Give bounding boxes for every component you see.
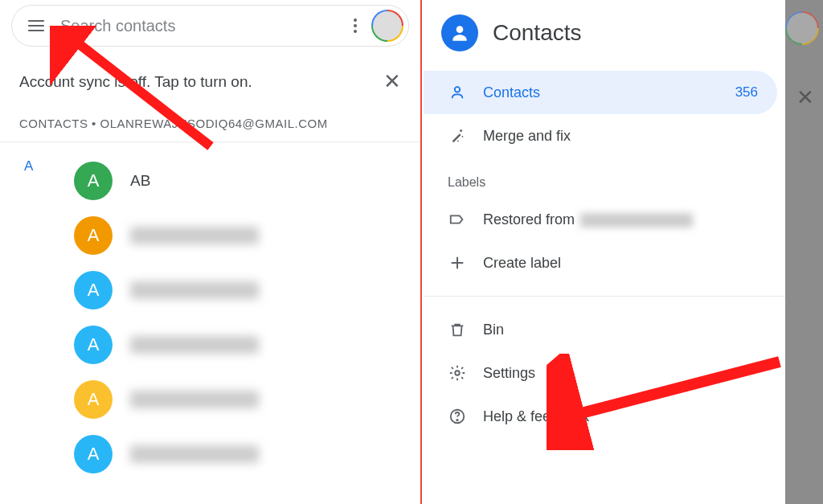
avatar [785,11,819,45]
more-vert-icon[interactable] [346,16,365,35]
contact-avatar: A [74,435,113,473]
svg-point-4 [455,87,460,92]
search-placeholder: Search contacts [60,17,346,35]
contact-avatar: A [74,326,113,364]
nav-item-contacts[interactable]: Contacts 356 [424,71,777,114]
svg-point-2 [354,30,357,33]
svg-point-0 [354,18,357,22]
contact-name [130,445,259,463]
svg-point-5 [462,136,464,137]
drawer-title: Contacts [493,20,582,46]
label-icon [448,210,467,229]
trash-icon [448,320,467,339]
nav-label: Bin [483,322,758,338]
nav-label: Settings [483,365,758,382]
avatar[interactable] [371,10,403,42]
help-icon [448,407,467,426]
contact-list: A AABAAAAA [0,142,420,481]
contacts-app-icon [441,14,478,51]
dimmed-backdrop: ✕ [785,0,823,504]
close-icon[interactable]: ✕ [383,69,401,94]
nav-count: 356 [735,84,758,100]
nav-label: Help & feedback [483,408,758,425]
svg-point-6 [457,141,459,142]
svg-point-3 [457,26,464,33]
svg-point-7 [455,371,460,375]
contact-row[interactable]: A [0,427,420,481]
gear-icon [448,363,467,383]
nav-item-merge-fix[interactable]: Merge and fix [424,114,777,158]
drawer-header: Contacts [424,0,785,71]
contact-row[interactable]: A [0,318,420,372]
person-icon [448,83,467,102]
contact-name [130,227,259,244]
sync-banner[interactable]: Account sync is off. Tap to turn on. ✕ [0,69,420,94]
nav-label: Create label [483,255,758,272]
contact-name [130,281,259,299]
svg-point-9 [457,420,457,420]
plus-icon [448,253,467,272]
group-letter: A [24,158,33,174]
contact-row[interactable]: A [0,372,420,427]
contact-row[interactable]: A [0,208,420,263]
nav-item-label-restored[interactable]: Restored from [424,198,777,241]
contacts-list-panel: Search contacts Account sync is off. Tap… [0,0,422,504]
contact-name [130,336,259,354]
account-line: CONTACTS • OLANREWAJUSODIQ64@GMAIL.COM [0,117,420,142]
contact-avatar: A [74,162,113,200]
nav-label: Contacts [483,84,735,101]
wand-icon [448,126,467,145]
nav-item-create-label[interactable]: Create label [424,241,777,285]
contact-avatar: A [74,380,113,419]
search-bar[interactable]: Search contacts [11,5,409,47]
menu-icon[interactable] [27,16,46,35]
labels-heading: Labels [424,158,785,198]
sync-banner-text: Account sync is off. Tap to turn on. [19,73,252,91]
close-icon: ✕ [796,85,814,110]
contact-name: AB [130,172,150,190]
nav-item-bin[interactable]: Bin [424,308,777,351]
divider [424,296,785,297]
contact-name [130,391,259,408]
nav-label: Merge and fix [483,128,758,145]
contact-row[interactable]: A [0,263,420,318]
nav-item-settings[interactable]: Settings [424,351,777,395]
nav-label: Restored from [483,211,758,228]
navigation-drawer: Contacts Contacts 356 Merge and fix Labe… [424,0,785,504]
svg-point-1 [354,24,357,27]
nav-item-help[interactable]: Help & feedback [424,395,777,438]
contact-avatar: A [74,271,113,309]
contact-row[interactable]: AAB [0,154,420,208]
contact-avatar: A [74,216,113,255]
